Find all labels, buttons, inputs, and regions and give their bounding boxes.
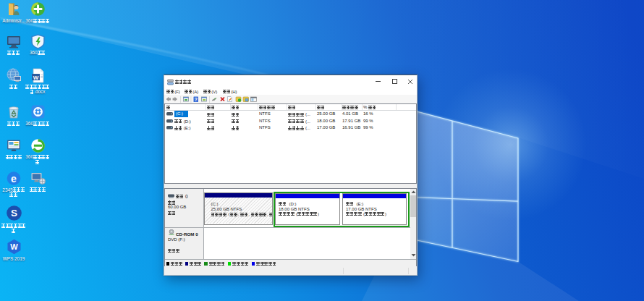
svg-text:S: S [11, 208, 17, 219]
svg-text:e: e [11, 173, 17, 185]
svg-text:W: W [10, 242, 18, 251]
svg-text:W: W [33, 75, 39, 81]
svg-text:?: ? [195, 97, 198, 102]
